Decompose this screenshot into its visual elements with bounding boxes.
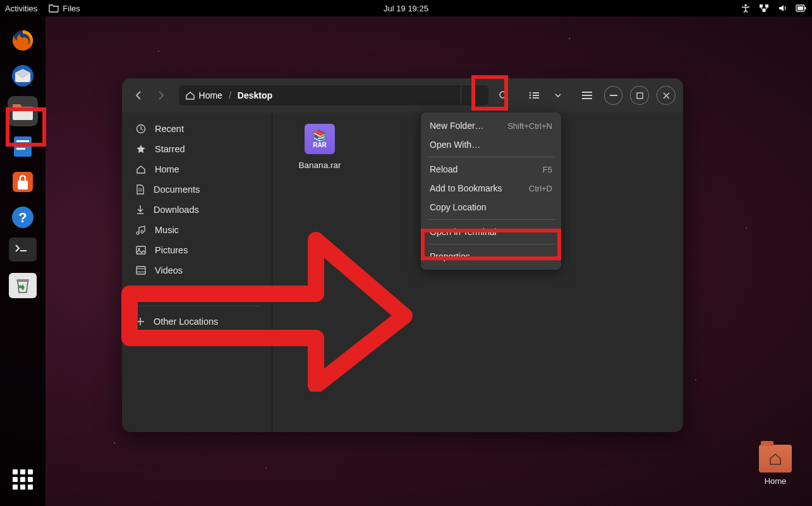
svg-rect-14 (16, 148, 25, 150)
ctx-copy-location[interactable]: Copy Location (421, 198, 561, 217)
rar-archive-icon: 📚RAR (305, 124, 335, 154)
pathbar-home-label: Home (199, 90, 222, 100)
svg-point-0 (744, 4, 747, 7)
svg-rect-33 (582, 98, 592, 99)
maximize-button[interactable] (630, 86, 649, 105)
back-button[interactable] (130, 87, 147, 104)
pathbar-separator: / (229, 90, 231, 100)
sidebar-item-label: Home (155, 164, 179, 174)
file-item[interactable]: 📚RAR Banana.rar (285, 124, 354, 170)
ctx-add-bookmarks[interactable]: Add to BookmarksCtrl+D (421, 179, 561, 198)
svg-rect-32 (582, 95, 592, 96)
home-icon (185, 91, 195, 100)
svg-point-27 (530, 95, 531, 97)
close-button[interactable] (657, 86, 676, 105)
svg-rect-6 (797, 6, 803, 10)
svg-rect-28 (533, 95, 539, 96)
recent-icon (136, 124, 146, 134)
ctx-new-folder[interactable]: New Folder…Shift+Ctrl+N (421, 116, 561, 135)
annotation-arrow (120, 221, 417, 392)
accessibility-icon[interactable] (741, 4, 750, 13)
network-icon[interactable] (759, 4, 769, 13)
home-icon (136, 164, 146, 174)
file-name-label: Banana.rar (299, 160, 341, 170)
minimize-button[interactable] (604, 86, 623, 105)
svg-rect-18 (20, 250, 27, 251)
top-panel: Activities Files Jul 19 19:25 (0, 0, 812, 16)
ctx-separator (427, 219, 555, 220)
ctx-reload[interactable]: ReloadF5 (421, 160, 561, 179)
pathbar-home[interactable]: Home (185, 90, 222, 100)
dock-show-applications[interactable] (8, 464, 38, 495)
svg-rect-1 (760, 4, 763, 8)
folder-icon (49, 4, 59, 13)
highlight-open-terminal (421, 229, 561, 260)
desktop-home-label: Home (765, 476, 787, 486)
sidebar-item-label: Documents (154, 184, 200, 195)
star-icon (136, 144, 146, 154)
sidebar-item-label: Starred (155, 144, 185, 154)
svg-rect-31 (582, 92, 592, 93)
clock[interactable]: Jul 19 19:25 (384, 4, 428, 13)
sidebar-item-downloads[interactable]: Downloads (122, 200, 272, 220)
activities-button[interactable]: Activities (5, 4, 37, 13)
dock-software[interactable] (8, 167, 38, 197)
dock-terminal[interactable] (9, 238, 37, 262)
highlight-dock-files (6, 107, 46, 147)
dock-trash[interactable] (9, 273, 37, 298)
svg-rect-30 (533, 97, 539, 99)
forward-button[interactable] (152, 87, 170, 104)
dock: ? (0, 16, 45, 506)
hamburger-menu-button[interactable] (578, 87, 597, 104)
sidebar-item-recent[interactable]: Recent (122, 119, 272, 139)
documents-icon (136, 184, 145, 195)
sidebar-item-documents[interactable]: Documents (122, 179, 272, 200)
volume-icon[interactable] (778, 4, 787, 13)
sidebar-item-home[interactable]: Home (122, 159, 272, 179)
dock-firefox[interactable] (8, 25, 38, 56)
sidebar-item-label: Downloads (154, 205, 199, 215)
svg-point-25 (530, 92, 531, 94)
svg-rect-35 (637, 93, 643, 99)
ctx-separator (427, 157, 555, 157)
svg-text:?: ? (18, 210, 27, 226)
dock-help[interactable]: ? (8, 202, 38, 232)
desktop-home-folder[interactable]: Home (759, 445, 792, 486)
appmenu-label: Files (63, 4, 80, 13)
dock-thunderbird[interactable] (8, 61, 38, 91)
sidebar-item-label: Recent (155, 124, 184, 134)
svg-rect-26 (533, 92, 539, 93)
pathbar[interactable]: Home / Desktop (179, 85, 488, 105)
svg-rect-5 (805, 7, 806, 9)
battery-icon[interactable] (796, 4, 807, 13)
files-headerbar: Home / Desktop (122, 78, 683, 112)
view-toggle-button[interactable] (524, 87, 543, 104)
svg-rect-34 (610, 95, 617, 96)
highlight-kebab (471, 75, 508, 111)
pathbar-current[interactable]: Desktop (238, 90, 272, 100)
svg-rect-2 (765, 4, 768, 8)
sidebar-item-starred[interactable]: Starred (122, 139, 272, 159)
view-options-button[interactable] (548, 87, 567, 104)
home-icon (768, 452, 782, 465)
appmenu-files[interactable]: Files (49, 4, 80, 13)
downloads-icon (136, 205, 145, 215)
svg-rect-19 (16, 279, 29, 281)
svg-point-29 (530, 97, 531, 99)
ctx-open-with[interactable]: Open With… (421, 135, 561, 154)
